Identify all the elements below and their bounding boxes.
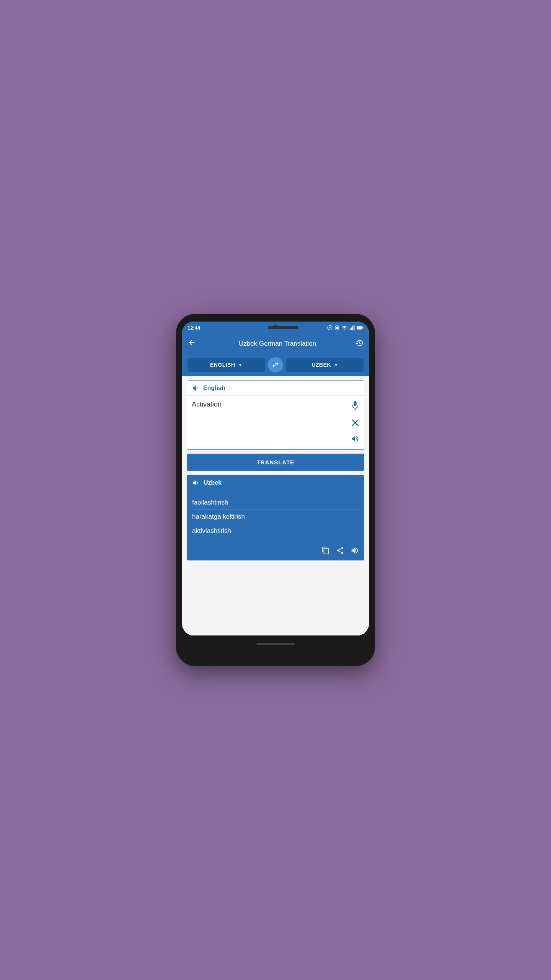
language-selector: ENGLISH ▼ UZBEK ▼ (182, 354, 369, 376)
svg-rect-4 (350, 328, 350, 330)
history-button[interactable] (355, 339, 364, 349)
svg-rect-6 (352, 327, 353, 330)
input-lang-label: English (203, 385, 225, 392)
output-audio-button[interactable] (350, 546, 359, 557)
input-section: English Activation (187, 381, 364, 450)
input-actions (348, 400, 359, 445)
output-lang-header: Uzbek (187, 475, 364, 491)
svg-rect-11 (354, 401, 356, 406)
clear-button[interactable] (351, 418, 359, 429)
translation-item-3: aktivlashtirish (192, 524, 359, 538)
swap-languages-button[interactable] (268, 357, 283, 372)
battery-icon (357, 325, 364, 330)
output-body: faollashtirish harakatga keltirish aktiv… (187, 491, 364, 542)
translation-item-1: faollashtirish (192, 496, 359, 510)
phone-screen: 12:44 (182, 322, 369, 635)
output-lang-label: Uzbek (204, 479, 222, 486)
source-lang-chevron: ▼ (238, 363, 242, 367)
copy-button[interactable] (321, 546, 330, 557)
output-speaker-icon[interactable] (192, 479, 201, 487)
source-language-button[interactable]: ENGLISH ▼ (187, 358, 265, 372)
input-audio-button[interactable] (351, 434, 359, 445)
source-lang-label: ENGLISH (210, 362, 235, 368)
input-lang-header: English (187, 381, 364, 396)
media-icon (327, 325, 333, 330)
wifi-icon (341, 325, 347, 330)
signal-icon (349, 325, 355, 330)
output-actions (187, 542, 364, 560)
back-button[interactable] (187, 338, 196, 349)
share-button[interactable] (336, 546, 344, 557)
toolbar: Uzbek German Translation (182, 334, 369, 354)
target-language-button[interactable]: UZBEK ▼ (286, 358, 364, 372)
status-icons (327, 325, 364, 330)
target-lang-chevron: ▼ (334, 363, 338, 367)
nav-bar (256, 643, 295, 645)
input-speaker-icon[interactable] (192, 384, 200, 392)
output-section: Uzbek faollashtirish harakatga keltirish… (187, 475, 364, 560)
svg-marker-1 (329, 327, 331, 329)
speaker-top (268, 326, 298, 329)
status-time: 12:44 (187, 325, 200, 331)
phone-frame: 12:44 (176, 314, 375, 666)
main-content: English Activation (182, 376, 369, 635)
mic-button[interactable] (351, 400, 359, 413)
translate-button[interactable]: TRANSLATE (187, 454, 364, 471)
translation-item-2: harakatga keltirish (192, 510, 359, 524)
svg-rect-9 (357, 327, 362, 329)
svg-rect-5 (351, 327, 352, 330)
toolbar-title: Uzbek German Translation (200, 340, 355, 348)
sim-icon (334, 325, 339, 330)
phone-bottom (182, 639, 369, 649)
svg-rect-7 (354, 325, 354, 330)
svg-rect-3 (336, 327, 338, 329)
svg-rect-10 (362, 327, 363, 328)
input-text[interactable]: Activation (192, 400, 348, 445)
target-lang-label: UZBEK (311, 362, 331, 368)
input-body: Activation (187, 396, 364, 449)
